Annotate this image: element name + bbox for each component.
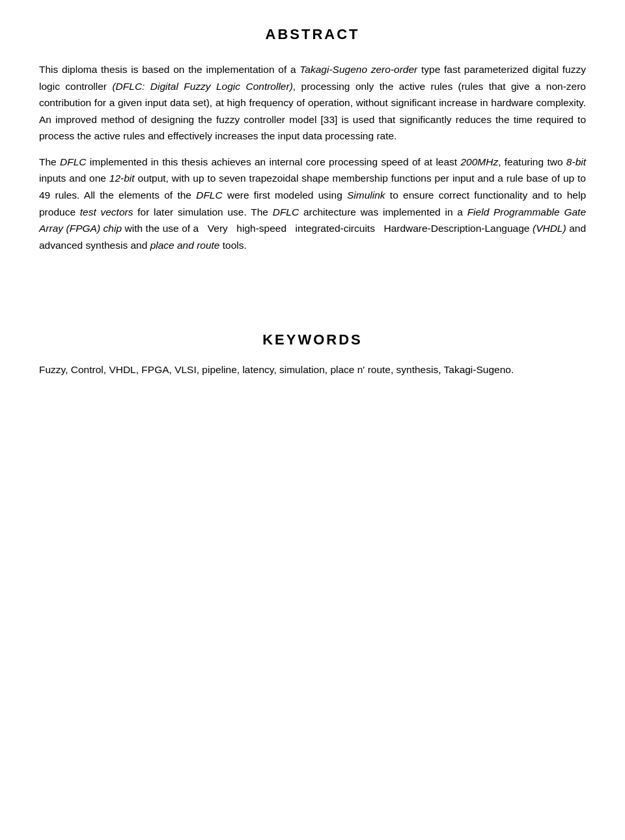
keywords-title: KEYWORDS [39,331,586,348]
abstract-paragraph-2: The DFLC implemented in this thesis achi… [39,154,586,253]
abstract-paragraph-1: This diploma thesis is based on the impl… [39,61,586,145]
abstract-body: This diploma thesis is based on the impl… [39,61,586,253]
keywords-body: Fuzzy, Control, VHDL, FPGA, VLSI, pipeli… [39,361,586,378]
abstract-title: ABSTRACT [39,26,586,43]
keywords-section: KEYWORDS Fuzzy, Control, VHDL, FPGA, VLS… [39,331,586,378]
